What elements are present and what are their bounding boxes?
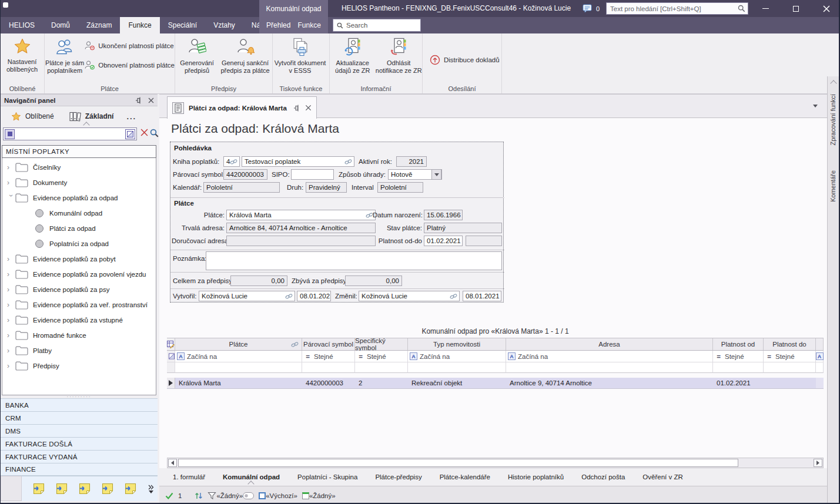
- search-cell-parovaci[interactable]: [302, 362, 355, 373]
- contextual-tab-prehled[interactable]: Přehled: [266, 21, 290, 29]
- close-tab-icon[interactable]: [305, 105, 312, 111]
- menu-helios[interactable]: HELIOS: [1, 17, 43, 33]
- cell-platnost-od[interactable]: 01.02.2021: [713, 378, 764, 389]
- search-go-button[interactable]: [150, 129, 159, 137]
- tree-item-hromadne-funkce[interactable]: › Hromadné funkce: [2, 328, 156, 343]
- stav-platce-field[interactable]: Platný: [424, 223, 502, 233]
- module-note-icon[interactable]: [55, 482, 68, 495]
- expander-icon[interactable]: ›: [7, 270, 15, 278]
- tab-platce-predpisy[interactable]: Plátce-předpisy: [375, 473, 421, 481]
- menu-zaznam[interactable]: Záznam: [78, 17, 120, 33]
- document-tab[interactable]: Plátci za odpad: Králová Marta: [167, 96, 317, 119]
- cell-typ[interactable]: Rekreační objekt: [408, 378, 506, 389]
- filter-cell-extra[interactable]: A: [816, 351, 824, 362]
- celkem-za-predpisy-field[interactable]: 0,00: [230, 275, 287, 286]
- side-tab-komentare[interactable]: Komentáře: [829, 170, 836, 202]
- tree-item-platci-za-odpad[interactable]: Plátci za odpad: [2, 221, 156, 236]
- platce-je-sam-poplatnikem-button[interactable]: Plátce je sám poplatníkem: [45, 33, 85, 83]
- panel-tab-zakladni[interactable]: Základní: [69, 112, 114, 122]
- sipo-field[interactable]: [291, 169, 334, 180]
- search-cell-specificky[interactable]: [355, 362, 408, 373]
- grid-filter-button[interactable]: [167, 351, 175, 362]
- panel-tab-oblibene[interactable]: Oblíbené: [11, 112, 54, 122]
- cell-adresa[interactable]: Arnoltice 9, 40714 Arnoltice: [506, 378, 713, 389]
- tree-item-evidence-prostranstvi[interactable]: › Evidence poplatků za veř. prostranství: [2, 297, 156, 313]
- tab-poplatnici-skupina[interactable]: Poplatníci - Skupina: [297, 473, 357, 481]
- tab-historie-poplatniku[interactable]: Historie poplatníků: [508, 473, 564, 481]
- notifications-button[interactable]: 0: [583, 4, 600, 13]
- vytvoril-datum-field[interactable]: 08.01.2021: [297, 291, 331, 301]
- zbyva-za-predpisy-field[interactable]: 0,00: [345, 275, 402, 286]
- table-row-selected[interactable]: Králová Marta 4420000003 2 Rekreační obj…: [167, 378, 824, 389]
- cell-platnost-do[interactable]: [764, 378, 816, 389]
- expander-icon[interactable]: ›: [7, 316, 15, 324]
- filter-cell-platce[interactable]: A Začíná na: [175, 351, 302, 362]
- accordion-finance[interactable]: FINANCE: [1, 463, 158, 476]
- global-search-input[interactable]: Text pro hledání [Ctrl+Shift+Q]: [606, 2, 748, 15]
- module-note-icon[interactable]: [78, 482, 91, 495]
- horizontal-scrollbar[interactable]: [167, 458, 824, 468]
- tab-odchozi-posta[interactable]: Odchozí pošta: [581, 473, 625, 481]
- filter-cell-parovaci[interactable]: = Stejné: [302, 351, 355, 362]
- tree-item-evidence-psy[interactable]: › Evidence poplatků za psy: [2, 282, 156, 297]
- generuj-sankcni-predpis-button[interactable]: Generuj sankční předpis za plátce: [219, 33, 272, 83]
- zpusob-uhrady-select[interactable]: Hotově: [388, 169, 442, 180]
- druh-field[interactable]: Pravidelný: [306, 182, 347, 193]
- expander-icon[interactable]: ›: [7, 194, 15, 203]
- cell-specificky[interactable]: 2: [355, 378, 408, 389]
- close-panel-icon[interactable]: [148, 98, 154, 103]
- link-icon[interactable]: [344, 159, 352, 164]
- kniha-name-field[interactable]: Testovací poplatek: [242, 156, 354, 167]
- search-cell-platnost-od[interactable]: [713, 362, 764, 373]
- grid-customize-button[interactable]: [167, 338, 175, 350]
- panel-tabs-more-button[interactable]: ...: [126, 112, 136, 121]
- menu-specialni[interactable]: Speciální: [160, 17, 205, 33]
- active-view-value[interactable]: «Výchozí»: [266, 492, 297, 499]
- active-filter-value[interactable]: «Žádný»: [216, 492, 243, 499]
- dock-overflow-button[interactable]: [148, 485, 154, 493]
- kalendar-field[interactable]: Pololetní: [203, 182, 280, 193]
- section-header-mistni-poplatky[interactable]: MÍSTNÍ POPLATKY: [2, 145, 156, 158]
- scroll-left-button[interactable]: [168, 459, 177, 467]
- tree-item-platby[interactable]: › Platby: [2, 343, 156, 358]
- column-header-adresa[interactable]: Adresa: [506, 338, 713, 350]
- expander-icon[interactable]: ›: [7, 331, 15, 340]
- column-header-platnost-do[interactable]: Platnost do: [764, 338, 816, 350]
- cell-platce[interactable]: Králová Marta: [175, 378, 302, 389]
- tree-item-evidence-vjezd[interactable]: › Evidence poplatků za povolení vjezdu: [2, 267, 156, 282]
- tab-1-formular[interactable]: 1. formulář: [173, 473, 205, 481]
- link-icon[interactable]: [285, 294, 293, 299]
- poznamka-textarea[interactable]: [206, 251, 502, 270]
- tree-item-poplatnici-za-odpad[interactable]: Poplatníci za odpad: [2, 236, 156, 251]
- aktualizace-udaju-ze-zr-button[interactable]: Aktualizace údajů ze ZR: [330, 33, 376, 83]
- maximize-button[interactable]: [786, 0, 806, 17]
- accordion-fakturace-dosla[interactable]: FAKTURACE DOŠLÁ: [1, 437, 158, 450]
- expander-icon[interactable]: ›: [7, 347, 15, 355]
- distribuce-dokladu-button[interactable]: Distribuce dokladů: [430, 55, 500, 65]
- column-header-typ-nemovitosti[interactable]: Typ nemovitosti: [408, 338, 506, 350]
- filter-cell-typ[interactable]: A Začíná na: [408, 351, 506, 362]
- ribbon-search-input[interactable]: Search: [333, 19, 421, 32]
- ukonceni-platnosti-platce-button[interactable]: Ukončení platnosti plátce: [85, 41, 175, 51]
- expander-icon[interactable]: ›: [7, 362, 15, 370]
- pin-icon[interactable]: [293, 105, 300, 112]
- navigation-search-input[interactable]: [3, 127, 137, 140]
- view-icon[interactable]: [259, 492, 266, 499]
- column-header-platnost-od[interactable]: Platnost od: [713, 338, 764, 350]
- platnost-do-field[interactable]: [466, 236, 502, 246]
- tab-platce-kalendare[interactable]: Plátce-kalendáře: [440, 473, 490, 481]
- expander-icon[interactable]: ›: [7, 301, 15, 309]
- scrollbar-thumb[interactable]: [178, 459, 738, 467]
- accordion-crm[interactable]: CRM: [1, 411, 158, 424]
- scroll-right-button[interactable]: [814, 459, 822, 467]
- obnoveni-platnosti-platce-button[interactable]: Obnovení platnosti plátce: [85, 61, 175, 70]
- filter-toggle-icon[interactable]: [243, 492, 254, 499]
- clear-search-button[interactable]: [140, 129, 148, 136]
- vytvoril-field[interactable]: Kožinová Lucie: [199, 291, 295, 301]
- column-header-specificky-symbol[interactable]: Specifický symbol: [355, 338, 408, 350]
- module-note-icon[interactable]: [101, 482, 114, 495]
- side-tab-zpracovani-funkci[interactable]: Zpracování funkcí: [829, 94, 836, 145]
- interval-field[interactable]: Pololetní: [377, 182, 423, 193]
- tab-list-dropdown-icon[interactable]: [813, 105, 818, 107]
- link-icon[interactable]: [230, 159, 237, 164]
